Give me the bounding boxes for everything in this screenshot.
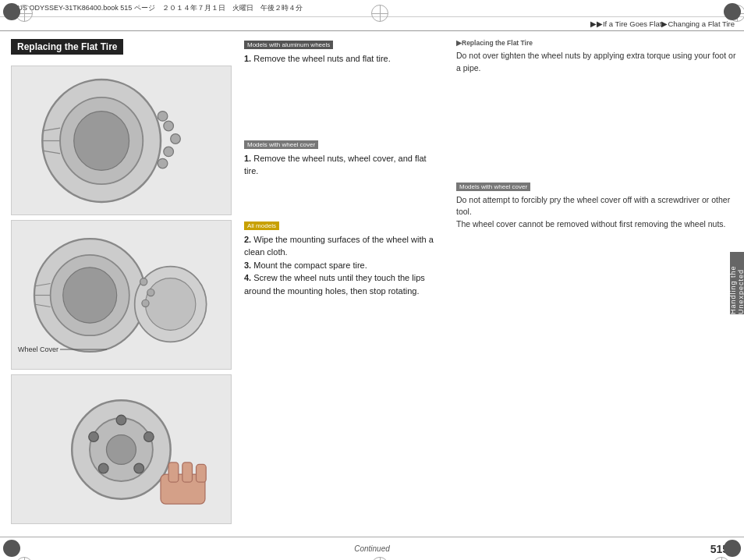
svg-point-9 <box>158 158 168 168</box>
model-tag-aluminum: Models with aluminum wheels <box>244 41 333 49</box>
circle-top-right <box>724 3 741 20</box>
tire-illustration-1 <box>23 74 220 207</box>
note-section-1: ▶Replacing the Flat Tire Do not over tig… <box>456 39 738 75</box>
svg-point-7 <box>171 133 181 144</box>
svg-point-18 <box>146 278 196 330</box>
section-title: Replacing the Flat Tire <box>11 39 123 55</box>
step-num-3: 3. <box>244 261 251 270</box>
svg-rect-32 <box>168 462 179 481</box>
image-aluminum-wheel <box>11 66 232 215</box>
breadcrumb: ▶▶If a Tire Goes Flat▶Changing a Flat Ti… <box>0 17 744 31</box>
instruction-text-wheelcover: 1. Remove the wheel nuts, wheel cover, a… <box>244 152 442 178</box>
step-text-4: Screw the wheel nuts until they touch th… <box>244 273 425 296</box>
bottom-bar: Continued 515 <box>0 537 744 560</box>
image-wheel-cover: Wheel Cover <box>11 220 232 370</box>
step-num-4: 4. <box>244 273 251 282</box>
step-text-1a: Remove the wheel nuts and flat tire. <box>253 54 390 63</box>
tire-illustration-2 <box>23 229 220 362</box>
svg-point-6 <box>164 121 174 131</box>
note-section-2: Models with wheel cover Do not attempt t… <box>456 181 738 231</box>
breadcrumb-text: ▶▶If a Tire Goes Flat▶Changing a Flat Ti… <box>590 19 735 28</box>
note-text-2: Do not attempt to forcibly pry the wheel… <box>456 194 738 231</box>
svg-rect-33 <box>182 462 193 481</box>
svg-point-19 <box>140 278 147 285</box>
note-text-1: Do not over tighten the wheel nuts by ap… <box>456 50 738 75</box>
svg-point-10 <box>158 111 168 121</box>
svg-point-20 <box>147 289 154 296</box>
image-mounting <box>11 374 232 524</box>
circle-bottom-right <box>724 540 741 557</box>
left-column: Replacing the Flat Tire <box>0 31 238 535</box>
continued-text: Continued <box>354 544 390 553</box>
step-num-2: 2. <box>244 235 251 244</box>
model-tag-allmodels: All models <box>244 222 279 230</box>
step-text-3: Mount the compact spare tire. <box>251 261 367 270</box>
svg-point-27 <box>144 431 154 441</box>
svg-rect-34 <box>197 464 207 482</box>
tire-illustration-3 <box>23 383 220 516</box>
svg-point-25 <box>107 434 136 464</box>
instruction-block-allmodels: All models 2. Wipe the mounting surfaces… <box>244 220 442 298</box>
wheel-cover-label: Wheel Cover <box>18 346 107 353</box>
svg-point-26 <box>116 415 126 425</box>
svg-point-29 <box>98 463 108 473</box>
model-tag-wheelcover: Models with wheel cover <box>244 140 318 149</box>
svg-point-28 <box>134 463 144 473</box>
instruction-block-wheelcover: Models with wheel cover 1. Remove the wh… <box>244 139 442 178</box>
side-tab: Handling the Unexpected <box>730 252 744 314</box>
svg-point-30 <box>89 431 99 441</box>
instruction-block-aluminum: Models with aluminum wheels 1. Remove th… <box>244 39 442 66</box>
svg-point-13 <box>63 267 117 322</box>
instruction-text-allmodels: 2. Wipe the mounting surfaces of the whe… <box>244 233 442 298</box>
middle-column: Models with aluminum wheels 1. Remove th… <box>238 31 448 535</box>
step-num-1a: 1. <box>244 54 251 63</box>
circle-bottom-left <box>3 540 20 557</box>
right-column: ▶Replacing the Flat Tire Do not over tig… <box>448 31 744 535</box>
svg-point-2 <box>74 111 129 170</box>
step-num-1b: 1. <box>244 154 251 163</box>
step-text-1b: Remove the wheel nuts, wheel cover, and … <box>244 154 427 176</box>
svg-point-21 <box>142 299 149 307</box>
model-tag-note2: Models with wheel cover <box>456 183 530 191</box>
side-tab-text: Handling the Unexpected <box>729 252 744 314</box>
note-header-1: ▶Replacing the Flat Tire <box>456 39 738 47</box>
circle-top-left <box>3 3 20 20</box>
svg-point-8 <box>164 147 174 157</box>
main-content: Replacing the Flat Tire <box>0 31 744 535</box>
step-text-2: Wipe the mounting surfaces of the wheel … <box>244 235 434 257</box>
instruction-text-aluminum: 1. Remove the wheel nuts and flat tire. <box>244 52 442 66</box>
